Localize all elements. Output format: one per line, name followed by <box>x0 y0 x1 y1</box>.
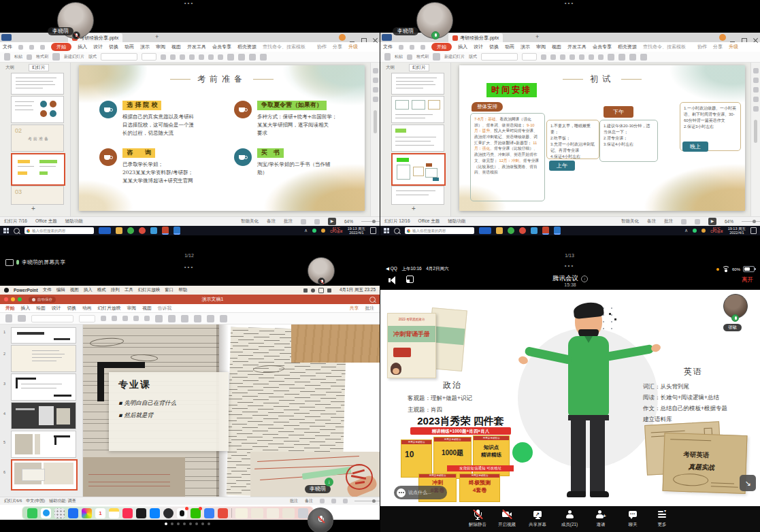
tab-resources[interactable]: 稻壳资源 <box>618 44 637 50</box>
slide-thumb-4-selected[interactable] <box>391 153 446 186</box>
app-store-icon[interactable] <box>150 508 160 518</box>
redo-icon[interactable] <box>40 45 45 50</box>
app-icon[interactable] <box>139 227 146 234</box>
slide-thumb-5[interactable]: 03 <box>11 186 64 205</box>
trash-icon[interactable] <box>298 508 308 518</box>
beautify-button[interactable]: 智能美化 <box>621 218 639 225</box>
leave-button[interactable]: 离开 <box>742 276 753 284</box>
taskbar-clock[interactable]: 19:13 周五 2022/4/1 <box>728 227 746 235</box>
screen-share-tile-bottom-left[interactable]: 李晓萌的屏幕共享 1/12 ••• PowerPoint 文件 编辑 视图 插入… <box>0 235 380 532</box>
comments-button[interactable]: 批注 <box>284 218 293 225</box>
tray-icon[interactable] <box>321 229 325 233</box>
start-button-icon[interactable] <box>384 228 389 233</box>
info-icon[interactable]: i <box>581 276 588 282</box>
share-button[interactable]: 分享 <box>333 44 342 50</box>
tab-insert[interactable]: 插入 <box>21 305 31 312</box>
sorter-view-icon[interactable] <box>331 499 336 503</box>
app-icon[interactable] <box>531 227 538 234</box>
menu-item[interactable]: 插入 <box>84 287 93 293</box>
add-slide-button[interactable]: + <box>31 205 35 212</box>
minimized-window-icon[interactable] <box>235 508 248 518</box>
tab-home[interactable]: 开始 <box>51 43 71 51</box>
format-painter-icon[interactable] <box>407 54 412 60</box>
font-size-select[interactable] <box>522 53 537 61</box>
status-left[interactable]: ◀ QQ 上午10:16 4月2日周六 <box>386 266 448 272</box>
ppt-comments-button[interactable]: 批注 <box>365 305 374 312</box>
italic-icon[interactable] <box>550 54 556 60</box>
zoom-slider[interactable] <box>742 220 756 223</box>
sorter-view-icon[interactable] <box>314 219 320 225</box>
unmute-button[interactable]: 解除静音 <box>463 509 493 529</box>
menu-app-name[interactable]: PowerPoint <box>14 288 38 293</box>
qq-icon[interactable] <box>177 508 187 518</box>
underline-icon[interactable] <box>560 54 565 60</box>
normal-view-icon[interactable] <box>301 219 306 225</box>
tab-review[interactable]: 审阅 <box>127 305 137 312</box>
tv-icon[interactable] <box>136 508 146 518</box>
font-size-select[interactable] <box>79 315 95 322</box>
tab-resources[interactable]: 稻壳资源 <box>237 44 257 50</box>
tray-chevron-icon[interactable]: ∧ <box>304 228 308 233</box>
font-color-icon[interactable] <box>189 54 195 60</box>
start-button-icon[interactable] <box>3 228 9 233</box>
app-icon[interactable] <box>508 227 514 234</box>
paste-icon[interactable] <box>5 314 12 322</box>
slide-thumb-4-selected[interactable] <box>11 153 65 186</box>
tray-icon[interactable] <box>312 229 316 233</box>
font-color-icon[interactable] <box>569 54 575 60</box>
document-tab[interactable]: 考研经验分享.pptx <box>448 33 503 42</box>
taskbar-search-icon[interactable] <box>394 228 400 234</box>
tab-review[interactable]: 审阅 <box>536 44 546 50</box>
new-slide-icon[interactable] <box>433 53 440 61</box>
autosave-toggle[interactable]: 自动保存 <box>29 297 56 303</box>
picture-icon[interactable] <box>155 315 163 322</box>
font-size-select[interactable] <box>142 53 156 61</box>
quick-chat-input[interactable]: 说点什么... <box>394 486 447 499</box>
wps-logo-icon[interactable] <box>1 34 12 41</box>
picture-icon[interactable] <box>238 54 245 61</box>
tab-transitions[interactable]: 切换 <box>67 305 76 312</box>
new-tab-icon[interactable]: + <box>535 33 539 40</box>
slide-thumb-5[interactable] <box>11 431 76 458</box>
arrange-icon[interactable] <box>194 315 201 322</box>
tray-icon[interactable] <box>693 229 697 233</box>
participant-avatar[interactable] <box>416 2 453 39</box>
green-dot-button[interactable] <box>512 442 533 463</box>
shapes-icon[interactable] <box>168 315 176 322</box>
design-ideas-icon[interactable] <box>220 315 227 322</box>
slide-thumb-5[interactable] <box>391 186 444 205</box>
zoom-slider[interactable] <box>354 499 376 503</box>
slide-thumb-1[interactable] <box>391 73 444 95</box>
app-icon-active[interactable] <box>174 227 180 235</box>
menu-item[interactable]: 视图 <box>70 287 79 293</box>
bold-icon[interactable] <box>161 54 166 60</box>
align-center-icon[interactable] <box>589 54 594 60</box>
file-explorer-icon[interactable] <box>496 227 503 234</box>
underline-icon[interactable] <box>122 316 128 321</box>
textbox-icon[interactable] <box>181 315 188 322</box>
taskbar-search-input[interactable]: 输入你想搜索的内容 <box>24 227 94 234</box>
play-button[interactable]: ▶ <box>328 218 336 225</box>
tab-slideshow[interactable]: 幻灯片放映 <box>98 305 121 312</box>
tab-insert[interactable]: 插入 <box>78 44 87 50</box>
menu-item[interactable]: 排列 <box>111 287 120 293</box>
app-icon[interactable] <box>150 227 157 234</box>
wps-logo-icon[interactable] <box>382 34 392 41</box>
zoom-slider[interactable] <box>361 220 376 223</box>
normal-view-icon[interactable] <box>320 499 325 503</box>
paste-icon[interactable] <box>4 53 10 61</box>
tab-transition[interactable]: 切换 <box>109 44 118 50</box>
participant-avatar[interactable] <box>308 508 333 532</box>
align-left-icon[interactable] <box>579 54 584 60</box>
more-button[interactable]: ▾ 更多 <box>647 509 677 529</box>
menu-file[interactable]: 文件 <box>3 44 12 50</box>
slide-canvas[interactable]: 初试 时间安排 整体安排 7-8月：基础。看政治网课（强化班）、背单词、做英语阅… <box>459 65 745 211</box>
slide-thumb-1[interactable] <box>11 73 64 95</box>
mac-clock[interactable]: 4月1日 周五 23:25 <box>340 287 376 293</box>
scrollbar[interactable] <box>754 120 757 143</box>
tab-animation[interactable]: 动画 <box>125 44 134 50</box>
safari-icon[interactable] <box>41 508 51 518</box>
search-icon[interactable] <box>369 297 376 303</box>
slides-tab[interactable]: 幻灯片 <box>409 64 429 71</box>
notes-button[interactable]: 备注 <box>267 218 276 225</box>
